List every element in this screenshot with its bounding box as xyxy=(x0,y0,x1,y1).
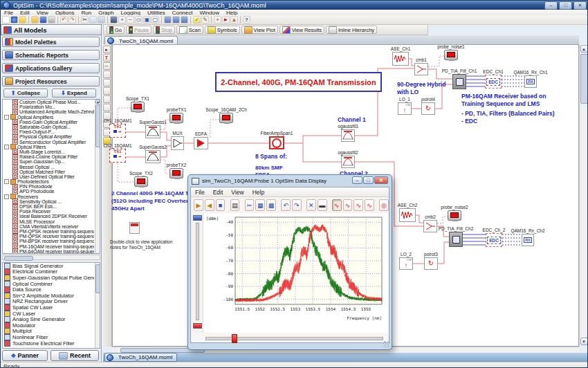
cut-icon[interactable]: ✂ xyxy=(245,199,255,211)
x-scale-slider[interactable] xyxy=(203,333,386,342)
tool-icon[interactable] xyxy=(103,95,111,103)
component-probe-noise2[interactable]: probe_noise2 xyxy=(448,210,461,221)
tool-icon[interactable] xyxy=(103,87,111,95)
component-polrot4[interactable]: polrot4 ↻ xyxy=(421,102,435,115)
component-ch2-16qam[interactable]: Ch2_16QAM1 TX1 ➔ xyxy=(109,149,126,163)
component-list-scrollbar[interactable] xyxy=(95,263,100,348)
dd-maximize-button[interactable]: □ xyxy=(363,176,374,184)
tool-icon[interactable] xyxy=(103,71,111,78)
expand-button[interactable]: ⬇ Expand xyxy=(52,89,96,98)
component-list-item[interactable]: Super-Gaussian Optical Pulse Generator xyxy=(3,275,94,281)
component-fiberampspan1[interactable]: FiberAmpSpan1 xyxy=(269,136,284,149)
component-ogaussfil3[interactable]: ogaussfil3 xyxy=(341,129,355,142)
component-qam16-rx-ch1[interactable]: QAM16_Rx_Ch1 RX xyxy=(524,75,537,88)
open-icon[interactable] xyxy=(31,16,39,24)
snapshot-icon[interactable]: ■ xyxy=(216,199,226,211)
maximize-button[interactable]: □ xyxy=(559,1,572,10)
plot-mode-1-icon[interactable]: ∿ xyxy=(332,199,342,211)
dd-menu-item[interactable]: File xyxy=(191,189,209,196)
go-button[interactable]: Go xyxy=(107,26,125,34)
resize-grip[interactable] xyxy=(383,341,390,348)
tree-hscrollbar[interactable] xyxy=(2,255,100,260)
data-display-window[interactable]: sim_TwoCh_16QAM:Probe 1 OptSim Data Disp… xyxy=(187,174,392,350)
component-cmb2[interactable]: cmb2 xyxy=(423,220,437,232)
stop-button[interactable]: Stop xyxy=(153,26,174,34)
component-list-item[interactable]: Nonlinear Fiber xyxy=(3,334,94,340)
component-edc-ch1[interactable]: EDC_Ch1 EDC xyxy=(485,75,502,89)
edit-icon[interactable]: ✎ xyxy=(201,16,209,24)
component-mux[interactable]: MUX xyxy=(171,136,184,150)
run-script-icon[interactable]: ► xyxy=(222,16,230,24)
marker-icon[interactable]: ◎ xyxy=(379,199,389,211)
undo-icon[interactable]: ↶ xyxy=(60,16,68,24)
tree-item[interactable]: - APD Photodiode xyxy=(3,189,94,194)
bottom-tab-twoch-16qam[interactable]: TwoCh_16QAM.moml xyxy=(104,353,177,362)
recent-button[interactable]: Recent xyxy=(50,350,99,361)
component-list-item[interactable]: Spatial CW Laser xyxy=(3,304,94,311)
tree-expand-icon[interactable]: - xyxy=(4,179,9,184)
optsim-logo-icon[interactable] xyxy=(10,16,18,24)
view-results-button[interactable]: View Results xyxy=(279,26,324,34)
component-cmb1[interactable]: cmb1 xyxy=(414,63,428,75)
component-list-item[interactable]: Modulator xyxy=(3,322,94,329)
y-slider-bottom-handle[interactable] xyxy=(193,323,202,329)
hierarchy-icon[interactable] xyxy=(164,16,172,24)
component-list-item[interactable]: NRZ Rectangular Driver xyxy=(3,299,94,305)
component-scope-16qam-2ch[interactable]: Scope_16QAM_2Ch xyxy=(219,113,233,123)
copy-icon[interactable]: ▦ xyxy=(255,199,265,211)
sidebar-item-project-resources[interactable]: Project Resources xyxy=(2,76,100,86)
collapse-button[interactable]: ⬆ Collapse xyxy=(3,89,48,98)
new-icon[interactable] xyxy=(2,16,10,24)
y-slider-track[interactable] xyxy=(196,223,199,320)
palette-icon[interactable] xyxy=(19,16,26,24)
dd-menu-item[interactable]: View xyxy=(227,189,248,196)
component-scope-tx2[interactable]: Scope_TX2 xyxy=(134,176,148,187)
tree-item[interactable]: - PM-64QAM receiver training-sequence xyxy=(3,249,94,253)
export-data-icon[interactable]: ▶ xyxy=(194,199,203,211)
undo-icon[interactable]: ↶ xyxy=(281,199,291,211)
component-supergauss1[interactable]: SuperGauss1 xyxy=(145,125,160,138)
component-list-item[interactable]: Touchstone Electrical Filter xyxy=(3,340,94,347)
component-ase-ch1[interactable]: ASE_Ch1 xyxy=(392,52,409,66)
component-supergauss2[interactable]: SuperGauss2 xyxy=(145,150,160,163)
x-slider-handle[interactable] xyxy=(232,334,237,343)
help-icon[interactable]: ? xyxy=(243,16,250,24)
canvas-vscrollbar[interactable]: ▲ ▼ xyxy=(579,44,588,347)
plot-mode-2-icon[interactable]: ∿ xyxy=(343,199,353,211)
tool-icon[interactable] xyxy=(103,79,111,86)
eraser-icon[interactable]: ▬ xyxy=(318,199,327,211)
component-edc-ch2[interactable]: EDC_Ch_2 EDC xyxy=(486,233,502,247)
zoom-prev-icon[interactable]: ▢ xyxy=(151,16,159,24)
component-pd-tia-filt-ch1[interactable]: PD_TIA_Filt_Ch1 xyxy=(452,74,466,89)
tree-item[interactable]: - User-Defined Optical Filter xyxy=(3,174,94,179)
component-list-item[interactable]: Sin^2 Amplitude Modulator xyxy=(3,293,94,299)
component-lo1[interactable]: LO_1 CW↑ xyxy=(398,102,412,115)
pause-button[interactable]: Pause xyxy=(126,26,151,34)
component-ase-ch2[interactable]: ASE_Ch2 xyxy=(399,208,416,222)
copy-icon[interactable] xyxy=(89,16,97,24)
redo-icon[interactable]: ↷ xyxy=(68,16,76,24)
panner-button[interactable]: ✥ Panner xyxy=(2,350,48,361)
tree-item[interactable]: - Semiconductor Optical Amplifier xyxy=(3,140,94,145)
zoom-fit-icon[interactable]: ▣ xyxy=(143,16,151,24)
component-ch1-16qam[interactable]: Ch1_16QAM1 TX1 ➔ xyxy=(109,124,126,138)
print-icon[interactable]: ▤ xyxy=(230,199,240,211)
component-list-item[interactable]: Data Source xyxy=(3,286,94,293)
tile-horizontal-icon[interactable] xyxy=(181,16,188,24)
tree-expand-icon[interactable]: - xyxy=(4,145,9,149)
component-qam16-rx-ch2[interactable]: QAM16_Rx_Ch2 RX xyxy=(522,234,534,246)
save-icon[interactable] xyxy=(39,16,47,24)
component-probetx2[interactable]: probeTX2 xyxy=(169,168,183,178)
print-icon[interactable] xyxy=(48,16,55,24)
dd-minimize-button[interactable]: – xyxy=(352,176,362,184)
zoom-out-icon[interactable]: − xyxy=(127,16,134,24)
component-list-item[interactable]: Optical Combiner xyxy=(3,281,94,287)
check-icon[interactable]: ✓ xyxy=(193,16,201,24)
minimize-button[interactable]: – xyxy=(544,1,558,10)
tree-item[interactable]: - Unbalanced Amplitude Mach-Zehnder xyxy=(3,109,94,114)
scan-button[interactable]: Scan xyxy=(176,26,203,34)
zoom-window-icon[interactable]: ▭ xyxy=(135,16,143,24)
component-lo2[interactable]: LO_2 CW↑ xyxy=(399,257,413,270)
tile-vertical-icon[interactable] xyxy=(172,16,180,24)
tool-icon[interactable] xyxy=(103,104,111,111)
